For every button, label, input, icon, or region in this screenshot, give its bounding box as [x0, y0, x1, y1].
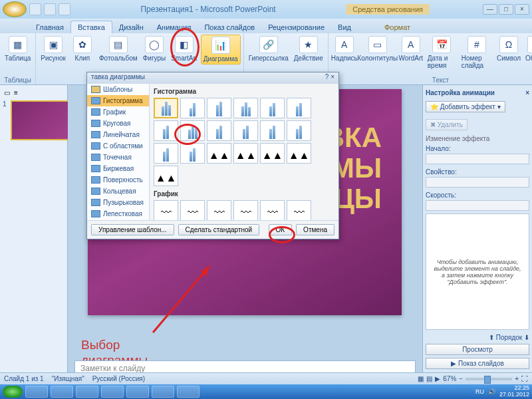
taskbar-app[interactable]: [177, 386, 200, 398]
chart-type[interactable]: 〰: [233, 200, 258, 220]
preview-button[interactable]: Просмотр: [426, 344, 529, 355]
tab-home[interactable]: Главная: [29, 21, 70, 33]
cat-doughnut[interactable]: Кольцевая: [87, 186, 149, 197]
taskbar-app[interactable]: [126, 386, 149, 398]
cancel-button[interactable]: Отмена: [296, 224, 334, 235]
cat-bar[interactable]: Линейчатая: [87, 129, 149, 140]
wordart-button[interactable]: AWordArt: [398, 35, 424, 70]
chart-type[interactable]: ▲▲: [287, 143, 311, 164]
cat-pie[interactable]: Круговая: [87, 118, 149, 129]
chart-type[interactable]: [233, 120, 258, 141]
chart-type[interactable]: [154, 120, 178, 141]
chart-type[interactable]: 〰: [260, 200, 285, 220]
manage-templates-button[interactable]: Управление шаблон...: [91, 224, 174, 235]
tab-slideshow[interactable]: Показ слайдов: [198, 21, 261, 33]
tray-lang[interactable]: RU: [475, 388, 484, 395]
fit-icon[interactable]: ⛶: [521, 375, 528, 382]
hyperlink-button[interactable]: 🔗Гиперссылка: [247, 35, 291, 63]
chart-type[interactable]: [180, 98, 205, 118]
cat-surface[interactable]: Поверхность: [87, 174, 149, 186]
close-button[interactable]: ×: [515, 4, 529, 15]
office-button[interactable]: [3, 1, 27, 17]
chart-type[interactable]: ▲▲: [154, 166, 178, 186]
dialog-close-icon[interactable]: ? ×: [325, 73, 334, 83]
qat-undo-icon[interactable]: [44, 3, 56, 15]
taskbar-app[interactable]: [101, 386, 124, 398]
chart-type[interactable]: 〰: [180, 200, 205, 220]
chart-type[interactable]: 〰: [287, 200, 311, 220]
datetime-button[interactable]: 📅Дата и время: [426, 35, 458, 70]
slides-panel[interactable]: ▭≡ 1: [0, 85, 68, 384]
language[interactable]: Русский (Россия): [92, 375, 145, 382]
cat-scatter[interactable]: Точечная: [87, 152, 149, 163]
taskbar-app[interactable]: [76, 386, 98, 398]
zoom-in-icon[interactable]: +: [515, 375, 519, 382]
chart-type[interactable]: ▲▲: [260, 143, 285, 164]
chart-type[interactable]: ▲▲: [233, 143, 258, 164]
chart-type[interactable]: 〰: [154, 200, 178, 220]
chart-type[interactable]: 〰: [207, 200, 231, 220]
qat-redo-icon[interactable]: [59, 3, 70, 15]
chart-type[interactable]: [287, 98, 311, 118]
chart-type[interactable]: [207, 98, 231, 118]
zoom-out-icon[interactable]: −: [459, 375, 463, 382]
speed-select[interactable]: [426, 200, 529, 211]
tray-volume-icon[interactable]: 🔊: [488, 388, 495, 395]
slideshow-button[interactable]: ▶ Показ слайдов: [426, 358, 529, 369]
qat-save-icon[interactable]: [29, 3, 41, 15]
view-slideshow-icon[interactable]: ▶: [435, 375, 440, 382]
chart-type[interactable]: [260, 120, 285, 141]
chart-type[interactable]: [154, 98, 178, 118]
taskpane-close-icon[interactable]: ×: [525, 89, 529, 96]
textbox-button[interactable]: AНадпись: [331, 35, 358, 70]
tab-insert[interactable]: Вставка: [70, 21, 112, 33]
view-normal-icon[interactable]: ▦: [418, 375, 424, 382]
set-default-button[interactable]: Сделать стандартной: [178, 224, 260, 235]
chart-type[interactable]: [287, 120, 311, 141]
tab-design[interactable]: Дизайн: [112, 21, 150, 33]
zoom-level[interactable]: 67%: [443, 375, 456, 382]
cat-templates[interactable]: Шаблоны: [87, 84, 149, 95]
symbol-button[interactable]: ΩСимвол: [495, 35, 522, 70]
chart-type[interactable]: [207, 120, 231, 141]
action-button[interactable]: ★Действие: [292, 35, 325, 63]
clip-button[interactable]: ✿Клип: [69, 35, 96, 65]
tray-clock[interactable]: 22:2527.01.2012: [499, 385, 529, 398]
minimize-button[interactable]: —: [483, 4, 497, 15]
tab-view[interactable]: Вид: [331, 21, 358, 33]
start-button[interactable]: [3, 386, 23, 398]
cat-stock[interactable]: Биржевая: [87, 163, 149, 174]
tab-review[interactable]: Рецензирование: [261, 21, 331, 33]
object-button[interactable]: ◫Объект: [523, 35, 532, 70]
add-effect-button[interactable]: ⭐ Добавить эффект ▾: [426, 101, 505, 112]
reorder-label[interactable]: Порядок: [496, 334, 522, 341]
headerfooter-button[interactable]: ▭Колонтитулы: [359, 35, 396, 70]
zoom-slider[interactable]: [466, 378, 512, 380]
tab-animation[interactable]: Анимация: [150, 21, 198, 33]
ok-button[interactable]: ОК: [269, 224, 293, 235]
slidenum-button[interactable]: #Номер слайда: [460, 35, 494, 70]
slides-tab-icon[interactable]: ▭: [4, 89, 10, 96]
outline-tab-icon[interactable]: ≡: [14, 89, 18, 96]
cat-bubble[interactable]: Пузырьковая: [87, 197, 149, 208]
table-button[interactable]: ▦Таблица: [3, 35, 33, 63]
taskbar-app[interactable]: [25, 386, 48, 398]
chart-type[interactable]: [233, 98, 258, 118]
chart-type[interactable]: [180, 120, 205, 141]
cat-column[interactable]: Гистограмма: [87, 95, 149, 106]
chart-type[interactable]: ▲▲: [207, 143, 231, 164]
cat-radar[interactable]: Лепестковая: [87, 208, 149, 219]
chart-type[interactable]: [154, 143, 178, 164]
property-select[interactable]: [426, 177, 529, 188]
shapes-button[interactable]: ◯Фигуры: [141, 35, 168, 65]
chart-type[interactable]: [180, 143, 205, 164]
slide-thumbnail[interactable]: [11, 100, 70, 140]
taskbar-app[interactable]: [51, 386, 73, 398]
chart-type[interactable]: [260, 98, 285, 118]
chart-button[interactable]: 📊Диаграмма: [201, 35, 241, 65]
system-tray[interactable]: RU 🔊 22:2527.01.2012: [475, 385, 529, 398]
maximize-button[interactable]: □: [499, 4, 513, 15]
picture-button[interactable]: ▣Рисунок: [39, 35, 68, 65]
chart-category-list[interactable]: Шаблоны Гистограмма График Круговая Лине…: [87, 84, 150, 220]
view-sorter-icon[interactable]: ▤: [426, 375, 432, 382]
